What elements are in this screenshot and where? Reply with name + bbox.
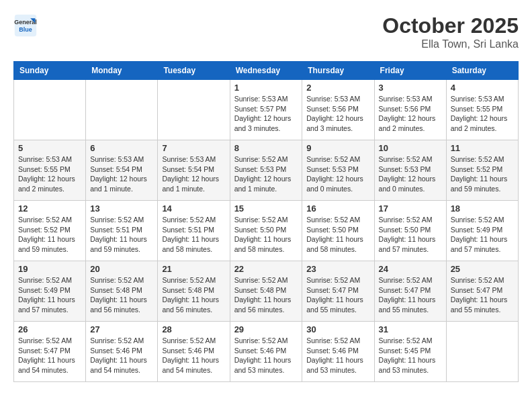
calendar-cell: 22Sunrise: 5:52 AM Sunset: 5:48 PM Dayli… bbox=[230, 261, 302, 322]
calendar-cell: 4Sunrise: 5:53 AM Sunset: 5:55 PM Daylig… bbox=[446, 80, 518, 140]
calendar-week-5: 26Sunrise: 5:52 AM Sunset: 5:47 PM Dayli… bbox=[14, 322, 519, 382]
day-info: Sunrise: 5:52 AM Sunset: 5:52 PM Dayligh… bbox=[451, 154, 514, 194]
calendar-cell: 25Sunrise: 5:52 AM Sunset: 5:47 PM Dayli… bbox=[446, 261, 518, 322]
calendar-week-4: 19Sunrise: 5:52 AM Sunset: 5:49 PM Dayli… bbox=[14, 261, 519, 322]
day-number: 22 bbox=[234, 264, 298, 274]
day-number: 10 bbox=[379, 143, 442, 153]
calendar-cell: 20Sunrise: 5:52 AM Sunset: 5:48 PM Dayli… bbox=[86, 261, 158, 322]
day-info: Sunrise: 5:52 AM Sunset: 5:47 PM Dayligh… bbox=[451, 275, 514, 315]
day-info: Sunrise: 5:52 AM Sunset: 5:46 PM Dayligh… bbox=[162, 336, 225, 375]
calendar-cell: 2Sunrise: 5:53 AM Sunset: 5:56 PM Daylig… bbox=[302, 80, 374, 140]
day-info: Sunrise: 5:52 AM Sunset: 5:51 PM Dayligh… bbox=[90, 215, 153, 255]
day-info: Sunrise: 5:52 AM Sunset: 5:48 PM Dayligh… bbox=[90, 275, 153, 315]
calendar-cell: 13Sunrise: 5:52 AM Sunset: 5:51 PM Dayli… bbox=[86, 201, 158, 261]
day-info: Sunrise: 5:52 AM Sunset: 5:50 PM Dayligh… bbox=[379, 215, 442, 255]
day-info: Sunrise: 5:52 AM Sunset: 5:46 PM Dayligh… bbox=[234, 336, 298, 375]
calendar-cell: 27Sunrise: 5:52 AM Sunset: 5:46 PM Dayli… bbox=[86, 322, 158, 382]
calendar-cell: 8Sunrise: 5:52 AM Sunset: 5:53 PM Daylig… bbox=[230, 140, 302, 201]
day-info: Sunrise: 5:53 AM Sunset: 5:54 PM Dayligh… bbox=[162, 154, 225, 194]
day-number: 4 bbox=[451, 83, 514, 93]
weekday-header-monday: Monday bbox=[86, 62, 158, 80]
day-info: Sunrise: 5:52 AM Sunset: 5:50 PM Dayligh… bbox=[306, 215, 369, 255]
calendar-cell: 28Sunrise: 5:52 AM Sunset: 5:46 PM Dayli… bbox=[158, 322, 230, 382]
calendar-cell: 26Sunrise: 5:52 AM Sunset: 5:47 PM Dayli… bbox=[14, 322, 86, 382]
day-info: Sunrise: 5:52 AM Sunset: 5:45 PM Dayligh… bbox=[379, 336, 442, 375]
day-number: 18 bbox=[451, 203, 514, 214]
day-number: 28 bbox=[162, 324, 225, 334]
calendar-cell: 29Sunrise: 5:52 AM Sunset: 5:46 PM Dayli… bbox=[230, 322, 302, 382]
day-number: 2 bbox=[306, 83, 369, 93]
svg-text:Blue: Blue bbox=[19, 26, 32, 33]
day-number: 7 bbox=[162, 143, 225, 153]
day-number: 6 bbox=[90, 143, 153, 153]
calendar-cell: 7Sunrise: 5:53 AM Sunset: 5:54 PM Daylig… bbox=[158, 140, 230, 201]
day-number: 27 bbox=[90, 324, 153, 334]
day-info: Sunrise: 5:53 AM Sunset: 5:55 PM Dayligh… bbox=[18, 154, 81, 194]
day-number: 5 bbox=[18, 143, 81, 153]
day-number: 19 bbox=[18, 264, 81, 274]
day-info: Sunrise: 5:52 AM Sunset: 5:53 PM Dayligh… bbox=[306, 154, 369, 194]
day-number: 23 bbox=[306, 264, 369, 274]
calendar-week-2: 5Sunrise: 5:53 AM Sunset: 5:55 PM Daylig… bbox=[14, 140, 519, 201]
weekday-header-thursday: Thursday bbox=[302, 62, 374, 80]
day-info: Sunrise: 5:52 AM Sunset: 5:49 PM Dayligh… bbox=[451, 215, 514, 255]
day-info: Sunrise: 5:52 AM Sunset: 5:47 PM Dayligh… bbox=[18, 336, 81, 375]
day-info: Sunrise: 5:52 AM Sunset: 5:53 PM Dayligh… bbox=[379, 154, 442, 194]
weekday-header-row: SundayMondayTuesdayWednesdayThursdayFrid… bbox=[14, 62, 519, 80]
calendar-cell: 17Sunrise: 5:52 AM Sunset: 5:50 PM Dayli… bbox=[374, 201, 446, 261]
calendar-cell: 19Sunrise: 5:52 AM Sunset: 5:49 PM Dayli… bbox=[14, 261, 86, 322]
day-info: Sunrise: 5:52 AM Sunset: 5:53 PM Dayligh… bbox=[234, 154, 298, 194]
day-number: 31 bbox=[379, 324, 442, 334]
page-header: General Blue October 2025 Ella Town, Sri… bbox=[13, 13, 519, 50]
logo-icon: General Blue bbox=[13, 13, 38, 38]
calendar-cell: 11Sunrise: 5:52 AM Sunset: 5:52 PM Dayli… bbox=[446, 140, 518, 201]
day-info: Sunrise: 5:52 AM Sunset: 5:49 PM Dayligh… bbox=[18, 275, 81, 315]
location: Ella Town, Sri Lanka bbox=[382, 38, 519, 50]
month-title: October 2025 bbox=[382, 13, 519, 38]
day-number: 29 bbox=[234, 324, 298, 334]
day-number: 26 bbox=[18, 324, 81, 334]
calendar-cell bbox=[158, 80, 230, 140]
day-number: 15 bbox=[234, 203, 298, 214]
calendar-cell: 18Sunrise: 5:52 AM Sunset: 5:49 PM Dayli… bbox=[446, 201, 518, 261]
day-info: Sunrise: 5:52 AM Sunset: 5:52 PM Dayligh… bbox=[18, 215, 81, 255]
day-info: Sunrise: 5:52 AM Sunset: 5:51 PM Dayligh… bbox=[162, 215, 225, 255]
calendar-cell: 21Sunrise: 5:52 AM Sunset: 5:48 PM Dayli… bbox=[158, 261, 230, 322]
calendar-cell bbox=[86, 80, 158, 140]
weekday-header-saturday: Saturday bbox=[446, 62, 518, 80]
calendar-week-3: 12Sunrise: 5:52 AM Sunset: 5:52 PM Dayli… bbox=[14, 201, 519, 261]
weekday-header-wednesday: Wednesday bbox=[230, 62, 302, 80]
day-info: Sunrise: 5:53 AM Sunset: 5:56 PM Dayligh… bbox=[306, 94, 369, 134]
day-number: 16 bbox=[306, 203, 369, 214]
title-block: October 2025 Ella Town, Sri Lanka bbox=[382, 13, 519, 50]
day-number: 24 bbox=[379, 264, 442, 274]
day-info: Sunrise: 5:53 AM Sunset: 5:57 PM Dayligh… bbox=[234, 94, 298, 134]
day-info: Sunrise: 5:53 AM Sunset: 5:55 PM Dayligh… bbox=[451, 94, 514, 134]
weekday-header-friday: Friday bbox=[374, 62, 446, 80]
day-number: 8 bbox=[234, 143, 298, 153]
day-info: Sunrise: 5:52 AM Sunset: 5:47 PM Dayligh… bbox=[379, 275, 442, 315]
day-info: Sunrise: 5:52 AM Sunset: 5:46 PM Dayligh… bbox=[90, 336, 153, 375]
day-number: 20 bbox=[90, 264, 153, 274]
calendar-cell: 3Sunrise: 5:53 AM Sunset: 5:56 PM Daylig… bbox=[374, 80, 446, 140]
day-number: 30 bbox=[306, 324, 369, 334]
day-number: 14 bbox=[162, 203, 225, 214]
day-number: 3 bbox=[379, 83, 442, 93]
calendar-cell: 16Sunrise: 5:52 AM Sunset: 5:50 PM Dayli… bbox=[302, 201, 374, 261]
day-number: 21 bbox=[162, 264, 225, 274]
day-number: 17 bbox=[379, 203, 442, 214]
day-number: 11 bbox=[451, 143, 514, 153]
day-number: 9 bbox=[306, 143, 369, 153]
day-number: 25 bbox=[451, 264, 514, 274]
calendar-cell: 9Sunrise: 5:52 AM Sunset: 5:53 PM Daylig… bbox=[302, 140, 374, 201]
day-number: 12 bbox=[18, 203, 81, 214]
calendar-cell: 23Sunrise: 5:52 AM Sunset: 5:47 PM Dayli… bbox=[302, 261, 374, 322]
day-info: Sunrise: 5:53 AM Sunset: 5:54 PM Dayligh… bbox=[90, 154, 153, 194]
calendar-table: SundayMondayTuesdayWednesdayThursdayFrid… bbox=[13, 61, 519, 382]
logo: General Blue bbox=[13, 13, 38, 38]
day-info: Sunrise: 5:52 AM Sunset: 5:47 PM Dayligh… bbox=[306, 275, 369, 315]
day-info: Sunrise: 5:52 AM Sunset: 5:48 PM Dayligh… bbox=[234, 275, 298, 315]
calendar-cell: 10Sunrise: 5:52 AM Sunset: 5:53 PM Dayli… bbox=[374, 140, 446, 201]
calendar-cell: 30Sunrise: 5:52 AM Sunset: 5:46 PM Dayli… bbox=[302, 322, 374, 382]
calendar-cell: 15Sunrise: 5:52 AM Sunset: 5:50 PM Dayli… bbox=[230, 201, 302, 261]
